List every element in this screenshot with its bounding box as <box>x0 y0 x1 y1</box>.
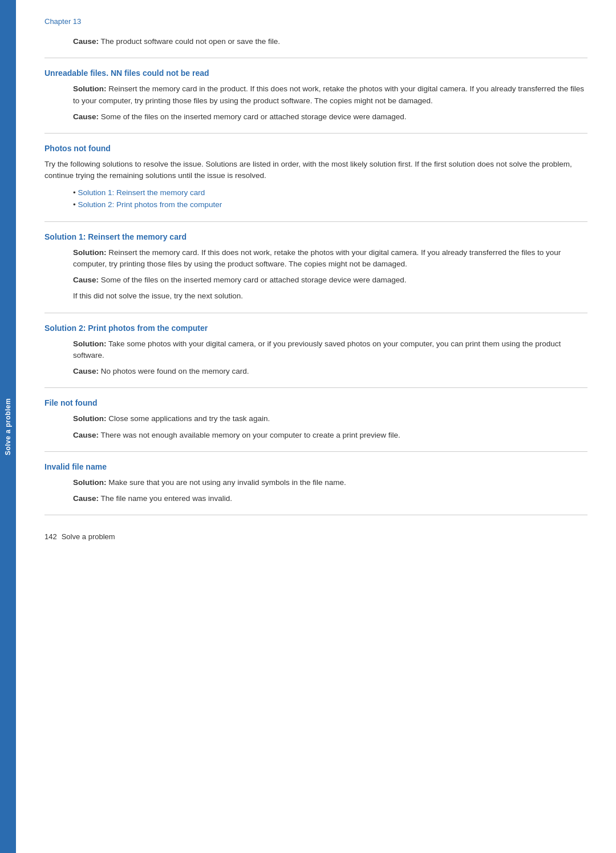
photos-not-found-section: Photos not found Try the following solut… <box>44 144 587 211</box>
solution2-content: Solution: Take some photos with your dig… <box>44 338 587 378</box>
unreadable-files-section: Unreadable files. NN files could not be … <box>44 68 587 123</box>
cause-label-s1: Cause: <box>73 276 99 284</box>
divider-6 <box>44 451 587 452</box>
solution2-heading: Solution 2: Print photos from the comput… <box>44 324 587 333</box>
photos-not-found-intro: Try the following solutions to resolve t… <box>44 159 587 182</box>
solution2-cause-text: No photos were found on the memory card. <box>101 367 249 375</box>
link-item-2: Solution 2: Print photos from the comput… <box>73 199 587 211</box>
solution-label-s2: Solution: <box>73 339 106 348</box>
invalid-file-name-solution: Solution: Make sure that you are not usi… <box>73 477 587 488</box>
unreadable-solution-text: Reinsert the memory card in the product.… <box>73 84 584 104</box>
divider-5 <box>44 387 587 388</box>
cause-label-1: Cause: <box>73 112 99 121</box>
chapter-label: Chapter 13 <box>44 17 587 26</box>
invalid-file-name-section: Invalid file name Solution: Make sure th… <box>44 462 587 505</box>
link-item-1: Solution 1: Reinsert the memory card <box>73 187 587 199</box>
file-not-found-cause: Cause: There was not enough available me… <box>73 430 587 441</box>
solution2-solution-text: Take some photos with your digital camer… <box>73 339 561 359</box>
solution1-link[interactable]: Solution 1: Reinsert the memory card <box>78 188 205 197</box>
cause-label-s2: Cause: <box>73 367 99 375</box>
invalid-file-name-content: Solution: Make sure that you are not usi… <box>44 477 587 505</box>
page-number: 142 <box>44 532 57 541</box>
solution1-solution-text: Reinsert the memory card. If this does n… <box>73 248 561 268</box>
intro-cause-text: Cause: The product software could not op… <box>73 36 587 47</box>
invalid-file-name-solution-text: Make sure that you are not using any inv… <box>108 478 346 487</box>
divider-4 <box>44 313 587 313</box>
invalid-file-name-heading: Invalid file name <box>44 462 587 471</box>
main-content: Chapter 13 Cause: The product software c… <box>16 0 616 853</box>
intro-cause-value: The product software could not open or s… <box>101 37 280 46</box>
invalid-file-name-cause-text: The file name you entered was invalid. <box>101 494 232 503</box>
cause-label-fnf: Cause: <box>73 431 99 439</box>
page-footer: 142 Solve a problem <box>44 532 587 541</box>
cause-label-ifn: Cause: <box>73 494 99 503</box>
unreadable-files-cause: Cause: Some of the files on the inserted… <box>73 111 587 123</box>
solution1-heading: Solution 1: Reinsert the memory card <box>44 232 587 241</box>
divider-7 <box>44 515 587 515</box>
solution1-solution: Solution: Reinsert the memory card. If t… <box>73 247 587 270</box>
solution2-cause: Cause: No photos were found on the memor… <box>73 366 587 377</box>
solution2-solution: Solution: Take some photos with your dig… <box>73 338 587 362</box>
solution-label-ifn: Solution: <box>73 478 106 487</box>
unreadable-files-content: Solution: Reinsert the memory card in th… <box>44 83 587 123</box>
solution1-extra: If this did not solve the issue, try the… <box>73 290 587 302</box>
file-not-found-heading: File not found <box>44 398 587 407</box>
file-not-found-solution: Solution: Close some applications and tr… <box>73 413 587 425</box>
file-not-found-section: File not found Solution: Close some appl… <box>44 398 587 441</box>
divider-2 <box>44 133 587 134</box>
solution1-cause-text: Some of the files on the inserted memory… <box>101 276 407 284</box>
divider-1 <box>44 58 587 58</box>
solution1-cause: Cause: Some of the files on the inserted… <box>73 274 587 286</box>
photos-not-found-heading: Photos not found <box>44 144 587 153</box>
invalid-file-name-cause: Cause: The file name you entered was inv… <box>73 493 587 504</box>
unreadable-files-heading: Unreadable files. NN files could not be … <box>44 68 587 78</box>
file-not-found-solution-text: Close some applications and try the task… <box>108 414 270 423</box>
solution1-content: Solution: Reinsert the memory card. If t… <box>44 247 587 302</box>
unreadable-cause-text: Some of the files on the inserted memory… <box>101 112 407 121</box>
file-not-found-cause-text: There was not enough available memory on… <box>101 431 400 439</box>
photos-not-found-links: Solution 1: Reinsert the memory card Sol… <box>44 187 587 211</box>
footer-text: Solve a problem <box>62 532 115 541</box>
divider-3 <box>44 221 587 222</box>
solution-label-s1: Solution: <box>73 248 106 257</box>
intro-cause-section: Cause: The product software could not op… <box>44 36 587 47</box>
solution2-link[interactable]: Solution 2: Print photos from the comput… <box>78 200 222 209</box>
side-tab-label: Solve a problem <box>4 398 12 455</box>
solution-label-1: Solution: <box>73 84 106 93</box>
cause-label: Cause: <box>73 37 99 46</box>
solution1-section: Solution 1: Reinsert the memory card Sol… <box>44 232 587 302</box>
solution2-section: Solution 2: Print photos from the comput… <box>44 324 587 378</box>
file-not-found-content: Solution: Close some applications and tr… <box>44 413 587 441</box>
solution-label-fnf: Solution: <box>73 414 106 423</box>
page-container: Solve a problem Chapter 13 Cause: The pr… <box>0 0 616 853</box>
unreadable-files-solution: Solution: Reinsert the memory card in th… <box>73 83 587 107</box>
footer-line: 142 Solve a problem <box>44 532 587 541</box>
side-tab: Solve a problem <box>0 0 16 853</box>
